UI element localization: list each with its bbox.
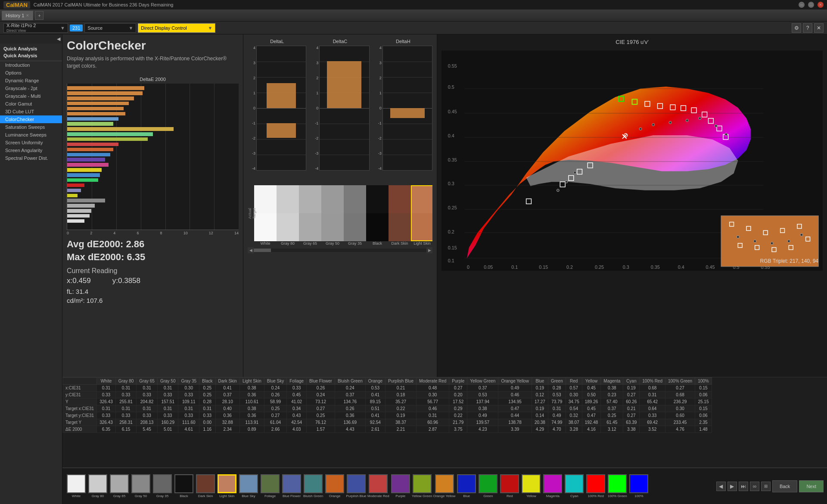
bar-24 [67,209,91,212]
close-button[interactable]: ✕ [818,2,824,8]
bottom-swatch-item[interactable]: Magenta [542,474,563,498]
cell-value: 0.27 [307,405,335,412]
grid-button[interactable]: ⊞ [761,482,771,491]
current-reading-fl: fL: 31.4 [67,288,239,295]
cell-value: 6.15 [115,426,137,433]
display-selector[interactable]: Direct Display Control ▼ [138,23,215,33]
col-magenta: Magenta [601,378,623,385]
bar-6 [67,117,118,121]
swatch-label: Gray 50 [135,494,147,498]
settings-button[interactable]: ⚙ [792,23,801,33]
col-white: White [97,378,116,385]
col-cyan: Cyan [623,378,640,385]
bar-14 [67,158,105,161]
bottom-swatch-item[interactable]: Bluish Green [303,474,323,498]
sidebar-item-spectral-power[interactable]: Spectral Power Dist. [0,154,62,162]
sidebar-item-options[interactable]: Options [0,69,62,77]
cell-value: 0.38 [467,405,498,412]
maximize-button[interactable]: □ [808,2,814,8]
cell-value: 0.38 [239,405,264,412]
loop-button[interactable]: ∞ [750,482,759,491]
help-button[interactable]: ? [803,23,812,33]
cell-value: 204.82 [137,398,158,405]
cell-value: 34.75 [566,398,582,405]
bottom-swatch-item[interactable]: Gray 50 [131,474,151,498]
bottom-swatch-item[interactable]: Light Skin [217,474,237,498]
sidebar-item-3d-cube-lut[interactable]: 3D Cube LUT [0,108,62,115]
cell-value: 0.20 [449,392,467,398]
device-selector[interactable]: X-Rite i1Pro 2 Direct View ▼ [3,23,68,33]
bottom-swatch-item[interactable]: Blue [456,474,477,498]
sidebar-item-screen-angularity[interactable]: Screen Angularity [0,146,62,154]
cell-value: 0.30 [566,392,582,398]
swatch-target-black [366,213,389,241]
bottom-swatch-item[interactable]: Gray 65 [109,474,130,498]
bottom-swatch-item[interactable]: 100% Red [585,474,606,498]
sidebar-item-introduction[interactable]: Introduction [0,61,62,69]
prev-button[interactable]: ◀ [716,482,726,491]
cell-value: 0.34 [287,405,307,412]
bottom-swatch-item[interactable]: 100% Green [607,474,628,498]
cell-value: 0.19 [623,385,640,392]
sidebar-item-screen-uniformity[interactable]: Screen Uniformity [0,139,62,146]
back-button[interactable]: Back [772,480,797,492]
swatch-label: Orange [329,494,341,498]
bottom-swatch-item[interactable]: Purple [390,474,411,498]
cell-value: 28.10 [215,398,239,405]
sidebar-item-dynamic-range[interactable]: Dynamic Range [0,77,62,84]
tab-history1[interactable]: History 1 ✕ [2,11,33,20]
sidebar-item-colorchecker[interactable]: ColorChecker [0,115,62,123]
bottom-swatch-item[interactable]: Purplish Blue [346,474,367,498]
cell-value: 0.26 [335,405,365,412]
add-tab-button[interactable]: + [35,11,44,20]
sidebar-item-saturation-sweeps[interactable]: Saturation Sweeps [0,123,62,131]
close-panel-button[interactable]: ✕ [814,23,824,33]
bottom-swatch-item[interactable]: Yellow [521,474,541,498]
bottom-swatch-item[interactable]: Gray 80 [87,474,108,498]
bottom-swatch-item[interactable]: Dark Skin [195,474,216,498]
sidebar-item-luminance-sweeps[interactable]: Luminance Sweeps [0,131,62,139]
sidebar-item-grayscale-multi[interactable]: Grayscale - Multi [0,92,62,100]
bottom-swatch-item[interactable]: Orange [324,474,345,498]
swatch-label: Cyan [570,494,578,498]
colorchecker-title: ColorChecker [67,39,239,53]
bottom-swatch-item[interactable]: Black [174,474,194,498]
bottom-swatch-item[interactable]: Blue Sky [238,474,259,498]
cell-value: 0.27 [665,385,695,392]
bottom-swatch-item[interactable]: Gray 35 [152,474,173,498]
cell-value: 0.31 [199,405,215,412]
bottom-swatch-item[interactable]: Yellow Green [412,474,432,498]
bottom-swatch-item[interactable]: Foliage [260,474,280,498]
cell-value: 0.31 [157,405,178,412]
bottom-bar: WhiteGray 80Gray 65Gray 50Gray 35BlackDa… [62,467,827,504]
sidebar-item-grayscale-2pt[interactable]: Grayscale - 2pt [0,84,62,92]
cell-value: 0.26 [307,385,335,392]
bottom-swatch-item[interactable]: Orange Yellow [433,474,456,498]
data-table[interactable]: White Gray 80 Gray 65 Gray 50 Gray 35 Bl… [62,377,827,467]
source-selector[interactable]: Source ▼ [84,23,136,33]
svg-text:0: 0 [467,264,469,270]
minimize-button[interactable]: ─ [799,2,805,8]
swatch-actual-gray65 [299,185,321,213]
bottom-swatch-item[interactable]: Blue Flower [281,474,302,498]
bottom-swatch-item[interactable]: Green [478,474,498,498]
next-button[interactable]: Next [799,480,824,492]
cell-value: 138.78 [498,419,532,426]
tab-close-icon[interactable]: ✕ [26,13,29,18]
cell-value: 41.02 [287,398,307,405]
swatch-scrollbar[interactable]: ◀ ▶ [248,247,432,253]
skip-button[interactable]: ⏭ [739,482,748,491]
swatch-target-darkskin [389,213,411,241]
sidebar-collapse-btn[interactable]: ◀ [0,34,62,44]
bottom-swatch-item[interactable]: Cyan [564,474,584,498]
cell-value: 5.45 [137,426,158,433]
bottom-swatch-item[interactable]: Moderate Red [367,474,389,498]
swatch-label: Orange Yellow [433,494,456,498]
bottom-swatch-item[interactable]: 100% [628,474,649,498]
bar-11 [67,143,118,146]
next-small-button[interactable]: ▶ [728,482,737,491]
bottom-swatch-item[interactable]: White [66,474,87,498]
bar-18 [67,178,98,182]
bottom-swatch-item[interactable]: Red [499,474,520,498]
sidebar-item-color-gamut[interactable]: Color Gamut [0,100,62,108]
